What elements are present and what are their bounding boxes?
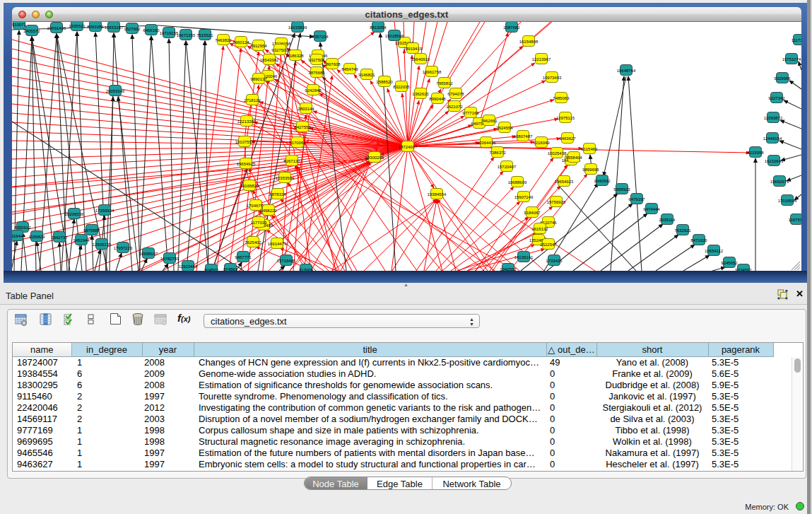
svg-text:16648764: 16648764: [617, 69, 636, 73]
svg-text:1621072: 1621072: [446, 105, 463, 109]
svg-text:19384554: 19384554: [428, 192, 447, 197]
svg-text:9558404: 9558404: [565, 156, 582, 160]
svg-text:9474444: 9474444: [643, 207, 660, 211]
svg-text:917006: 917006: [299, 268, 314, 271]
svg-text:12093872: 12093872: [764, 116, 783, 120]
svg-text:8471626: 8471626: [690, 238, 707, 243]
svg-text:2522547: 2522547: [540, 243, 557, 247]
svg-text:7357224: 7357224: [312, 35, 329, 39]
svg-text:2087682: 2087682: [503, 25, 520, 30]
svg-text:6479197: 6479197: [628, 197, 645, 201]
svg-text:8990448: 8990448: [429, 97, 446, 101]
svg-text:10807487: 10807487: [514, 134, 533, 139]
svg-text:8454749: 8454749: [341, 67, 358, 71]
svg-text:8322035: 8322035: [393, 85, 410, 89]
svg-text:8215958: 8215958: [747, 151, 764, 155]
svg-text:7462661: 7462661: [481, 119, 498, 123]
svg-text:10107554: 10107554: [235, 140, 254, 144]
svg-text:15640910: 15640910: [411, 57, 430, 62]
svg-text:7515521: 7515521: [196, 33, 213, 37]
svg-text:15720407: 15720407: [498, 165, 517, 169]
svg-text:9184067: 9184067: [524, 211, 541, 215]
svg-text:9457771: 9457771: [235, 255, 252, 259]
svg-text:10973493: 10973493: [543, 76, 562, 80]
svg-text:2942737: 2942737: [51, 235, 68, 240]
svg-text:12905135: 12905135: [93, 243, 112, 247]
svg-text:9329966: 9329966: [774, 76, 791, 81]
svg-text:9327506: 9327506: [308, 58, 325, 62]
svg-text:1362615: 1362615: [412, 92, 429, 96]
svg-text:2718129: 2718129: [244, 98, 261, 103]
svg-text:8186328: 8186328: [287, 54, 304, 58]
svg-text:3624554: 3624554: [496, 126, 513, 130]
svg-text:9170061: 9170061: [289, 141, 306, 145]
svg-text:9890137: 9890137: [250, 77, 267, 81]
svg-text:9899695: 9899695: [582, 168, 599, 172]
svg-text:9245652: 9245652: [721, 261, 738, 265]
svg-text:7632621: 7632621: [674, 228, 691, 233]
svg-text:14136141: 14136141: [514, 255, 534, 259]
svg-text:18724007: 18724007: [399, 145, 418, 149]
svg-text:2867608: 2867608: [324, 62, 341, 66]
svg-text:7485063: 7485063: [553, 96, 570, 100]
svg-text:6216049: 6216049: [533, 141, 550, 145]
svg-text:17957223: 17957223: [114, 246, 133, 250]
svg-text:16033809: 16033809: [288, 25, 307, 30]
svg-text:1935521: 1935521: [69, 24, 86, 28]
svg-text:1588520: 1588520: [376, 80, 393, 84]
svg-text:19218506: 19218506: [385, 34, 404, 38]
svg-text:8660124: 8660124: [233, 40, 249, 45]
svg-text:2935114: 2935114: [659, 218, 676, 222]
svg-text:17016504: 17016504: [778, 199, 797, 203]
svg-text:510071: 510071: [12, 23, 27, 27]
svg-text:12923468: 12923468: [179, 264, 198, 269]
svg-text:18300295: 18300295: [365, 156, 384, 160]
svg-text:12213967: 12213967: [532, 57, 551, 62]
svg-text:9242848: 9242848: [305, 88, 322, 93]
svg-text:16543382: 16543382: [260, 58, 279, 62]
svg-text:10654112: 10654112: [705, 249, 724, 253]
svg-text:10961758: 10961758: [423, 70, 442, 74]
svg-text:8912954: 8912954: [250, 44, 267, 48]
svg-text:1177033: 1177033: [251, 221, 268, 225]
svg-text:8350612: 8350612: [14, 226, 31, 230]
svg-text:8427552: 8427552: [294, 125, 311, 129]
svg-text:10025438: 10025438: [548, 151, 567, 156]
svg-text:16914479: 16914479: [268, 242, 287, 246]
svg-text:9777169: 9777169: [462, 111, 479, 115]
svg-text:16154808: 16154808: [519, 40, 539, 44]
svg-text:1342567: 1342567: [500, 267, 517, 271]
svg-text:15751074: 15751074: [782, 57, 801, 62]
svg-text:17359924: 17359924: [95, 209, 114, 213]
svg-text:9146821: 9146821: [358, 73, 375, 77]
svg-text:12213389: 12213389: [237, 119, 257, 124]
svg-text:9327503: 9327503: [271, 48, 288, 52]
svg-text:20206536: 20206536: [65, 212, 84, 216]
svg-text:9324502: 9324502: [735, 268, 752, 271]
svg-text:9115460: 9115460: [582, 147, 599, 151]
svg-text:1615132: 1615132: [531, 227, 548, 231]
svg-text:1156829: 1156829: [29, 235, 46, 239]
svg-text:12975115: 12975115: [556, 116, 575, 120]
svg-text:8267130: 8267130: [283, 159, 300, 163]
svg-text:19756928: 19756928: [547, 200, 566, 204]
svg-text:12353594: 12353594: [276, 176, 295, 180]
svg-text:8813054: 8813054: [370, 25, 387, 30]
svg-text:2803144: 2803144: [298, 107, 314, 111]
svg-text:8878334: 8878334: [269, 192, 286, 197]
svg-text:6498222: 6498222: [260, 209, 277, 213]
svg-text:5958923: 5958923: [613, 187, 630, 192]
svg-text:3919444: 3919444: [12, 234, 25, 238]
svg-text:9975887: 9975887: [83, 228, 100, 233]
svg-text:19166829: 19166829: [240, 184, 259, 188]
svg-text:6466160: 6466160: [143, 28, 160, 33]
svg-text:6794078: 6794078: [447, 92, 464, 96]
svg-text:15907249: 15907249: [514, 195, 534, 199]
svg-text:10958107: 10958107: [139, 252, 158, 256]
svg-text:10688609: 10688609: [508, 180, 527, 185]
svg-text:2405572: 2405572: [23, 29, 40, 33]
svg-text:9227342: 9227342: [768, 96, 785, 100]
svg-text:20053346: 20053346: [106, 89, 125, 93]
svg-text:8063281: 8063281: [87, 25, 104, 29]
svg-text:19654923: 19654923: [555, 180, 574, 184]
